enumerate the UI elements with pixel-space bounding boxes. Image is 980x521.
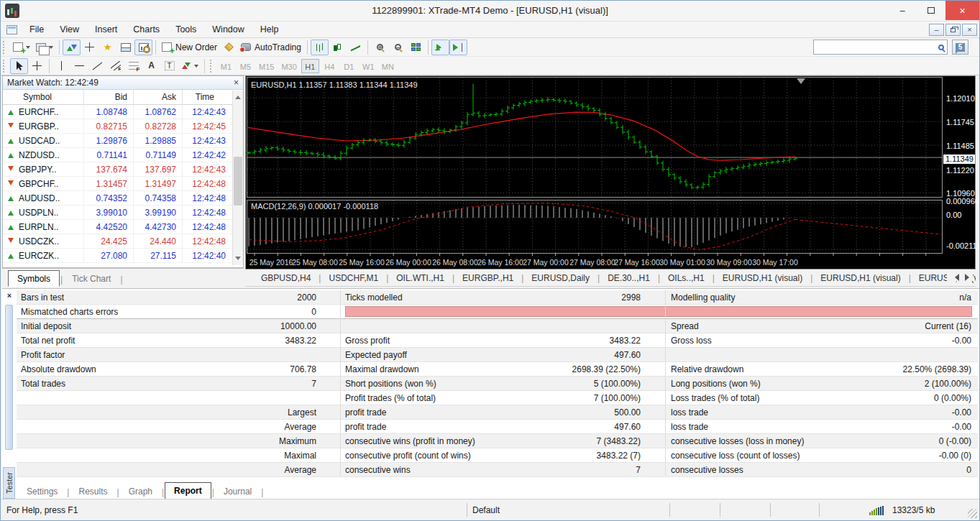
market-watch-row[interactable]: EURCHF..1.087481.0876212:42:43 [3,105,243,119]
market-watch-scrollbar[interactable] [232,91,243,265]
bar-chart-button[interactable] [311,40,329,55]
market-watch-row[interactable]: EURCZK..27.08027.11512:42:40 [3,249,243,263]
notifications-badge[interactable]: 5 [952,40,968,55]
tabs-scroll-right-icon[interactable] [965,274,973,281]
tab-symbols[interactable]: Symbols [8,270,60,287]
timeframe-h1[interactable]: H1 [301,59,319,73]
market-watch-row[interactable]: AUDUSD..0.743520.7435812:42:48 [3,191,243,206]
resize-grip[interactable] [968,509,977,518]
tab-journal[interactable]: Journal [215,484,260,499]
tab-report[interactable]: Report [165,482,211,499]
chart-tab-7[interactable]: EURUSD,H1 (visual) [715,273,810,283]
tester-drag-strip[interactable] [5,305,13,450]
market-watch-row[interactable]: EURGBP..0.827150.8272812:42:45 [3,119,243,134]
timeframe-m5[interactable]: M5 [237,59,255,73]
chart-tab-3[interactable]: EURGBP.,H1 [455,273,521,283]
auto-scroll-button[interactable] [431,40,449,55]
market-watch-row[interactable]: USDPLN..3.990103.9919012:42:48 [3,206,243,220]
vertical-line-button[interactable] [52,58,70,74]
tester-close-icon[interactable]: × [4,291,14,301]
tab-tick-chart[interactable]: Tick Chart [63,272,119,287]
zoom-in-button[interactable] [371,40,389,55]
tester-panel-tab[interactable]: Tester [3,467,15,499]
mdi-close-button[interactable]: × [962,24,977,36]
menu-charts[interactable]: Charts [125,22,168,37]
new-chart-button[interactable] [10,40,33,55]
timeframe-w1[interactable]: W1 [360,59,377,73]
chart-tab-0[interactable]: GBPUSD,H4 [254,273,318,283]
mdi-restore-button[interactable] [945,24,961,36]
zoom-out-button[interactable] [389,40,407,55]
tab-results[interactable]: Results [70,484,116,499]
chart-tab-4[interactable]: EURUSD,Daily [524,273,597,283]
market-watch-row[interactable]: USDCAD..1.298761.2988512:42:43 [3,134,243,148]
text-button[interactable]: A [142,58,160,74]
menu-file[interactable]: File [22,22,52,37]
column-bid[interactable]: Bid [83,90,133,105]
cursor-button[interactable] [10,58,28,74]
chart-tab-8[interactable]: EURUSD,H1 (visual) [813,273,907,283]
timeframe-m30[interactable]: M30 [278,59,299,73]
timeframe-m1[interactable]: M1 [217,59,235,73]
text-label-button[interactable]: T [160,58,178,74]
strategy-tester-button[interactable] [134,40,152,55]
autotrading-button[interactable]: AutoTrading [238,40,304,55]
market-watch-row[interactable]: GBPJPY..137.674137.69712:42:43 [3,162,243,177]
chart-tab-1[interactable]: USDCHF,M1 [321,273,385,283]
trendline-button[interactable] [88,58,106,74]
menu-help[interactable]: Help [252,22,287,37]
line-chart-button[interactable] [347,40,365,55]
fibonacci-button[interactable]: F [124,58,142,74]
market-watch-row[interactable]: EURPLN..4.425204.4273012:42:48 [3,220,243,234]
chart-shift-button[interactable] [449,40,467,55]
market-watch-toggle-button[interactable] [63,40,81,55]
toolbar-grip[interactable] [210,60,214,73]
maximize-button[interactable] [917,1,945,20]
crosshair-button[interactable] [28,58,46,74]
data-window-button[interactable] [81,40,99,55]
close-icon[interactable]: × [234,78,239,87]
market-watch-row[interactable]: USDCZK..24.42524.44012:42:48 [3,234,243,249]
chart-tab-5[interactable]: DE.30..,H1 [600,273,657,283]
menu-insert[interactable]: Insert [87,22,125,37]
scroll-down-icon[interactable] [233,254,243,265]
timeframe-m15[interactable]: M15 [256,59,277,73]
price-chart[interactable]: EURUSD,H1 1.11357 1.11383 1.11344 1.1134… [247,77,943,269]
chart-tab-2[interactable]: OIL.WTI.,H1 [389,273,452,283]
close-button[interactable]: × [945,1,979,20]
chart-tab-6[interactable]: OILs..,H1 [661,273,712,283]
chart-window-icon[interactable] [6,25,17,34]
column-time[interactable]: Time [182,90,220,105]
scroll-up-icon[interactable] [233,91,243,101]
mdi-minimize-button[interactable]: – [929,24,944,36]
tab-graph[interactable]: Graph [120,484,161,499]
arrows-button[interactable] [178,58,201,74]
column-ask[interactable]: Ask [133,90,182,105]
market-watch-row[interactable]: NZDUSD..0.711410.7114912:42:42 [3,148,243,162]
timeframe-mn[interactable]: MN [379,59,397,73]
menu-view[interactable]: View [52,22,87,37]
toolbar-grip[interactable] [3,41,7,54]
menu-window[interactable]: Window [204,22,252,37]
menu-tools[interactable]: Tools [168,22,204,37]
toolbar-grip[interactable] [3,60,7,73]
tab-settings[interactable]: Settings [18,484,66,499]
timeframe-d1[interactable]: D1 [340,59,358,73]
horizontal-line-button[interactable] [70,58,88,74]
candlestick-chart-button[interactable] [329,40,347,55]
market-watch-row[interactable]: GBPCHF..1.314571.3149712:42:48 [3,177,243,191]
timeframe-h4[interactable]: H4 [321,59,339,73]
terminal-button[interactable] [116,40,134,55]
search-input[interactable] [817,42,938,52]
column-symbol[interactable]: Symbol [3,90,83,105]
tile-windows-button[interactable] [407,40,425,55]
minimize-button[interactable]: – [888,1,917,20]
search-icon[interactable] [938,45,944,50]
metaeditor-button[interactable] [220,40,238,55]
new-order-button[interactable]: New Order [159,40,220,55]
tabs-scroll-left-icon[interactable] [951,274,959,281]
status-profile[interactable]: Default [472,505,500,515]
scrollbar-thumb[interactable] [234,157,242,206]
profiles-button[interactable] [33,40,56,55]
navigator-button[interactable] [99,40,116,55]
